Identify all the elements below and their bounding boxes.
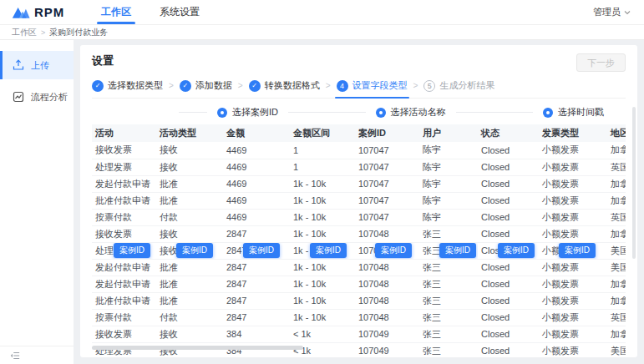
case-id-tag[interactable]: 案例ID bbox=[114, 243, 150, 258]
table-cell: Closed bbox=[478, 159, 539, 175]
table-cell: 按票付款 bbox=[92, 309, 156, 326]
table-row: 发起付款申请批准44691k - 10k107047陈宇Closed小额发票加拿… bbox=[92, 175, 626, 192]
column-header-1[interactable]: 活动 bbox=[92, 124, 156, 142]
data-table-wrap: 活动活动类型金额金额区间案例ID用户状态发票类型地区 接收发票接收4469110… bbox=[92, 124, 626, 357]
table-cell: 按票付款 bbox=[92, 209, 156, 225]
table-cell: 付款 bbox=[156, 309, 223, 326]
case-id-tag[interactable]: 案例ID bbox=[375, 243, 412, 258]
table-cell: 107048 bbox=[355, 309, 419, 326]
column-header-9[interactable]: 地区 bbox=[607, 124, 626, 142]
table-cell: 批准付款申请 bbox=[92, 192, 156, 209]
table-cell: 4469 bbox=[223, 142, 290, 159]
table-cell: 加拿大 bbox=[607, 142, 626, 159]
table-body: 接收发票接收44691107047陈宇Closed小额发票加拿大处理发票接收44… bbox=[92, 142, 626, 357]
next-step-button[interactable]: 下一步 bbox=[576, 53, 626, 72]
case-id-tag[interactable]: 案例ID bbox=[559, 243, 596, 258]
table-cell: 小额发票 bbox=[539, 342, 607, 357]
check-icon: ✓ bbox=[249, 80, 261, 92]
top-bar: RPM 工作区系统设置 管理员 bbox=[0, 0, 644, 25]
app-logo: RPM bbox=[0, 0, 87, 24]
table-row: 批准付款申请批准28471k - 10k107048张三Closed小额发票加拿… bbox=[92, 292, 626, 309]
table-cell: 发起付款申请 bbox=[92, 259, 156, 276]
table-cell: 1k - 10k案例ID bbox=[290, 242, 355, 259]
column-header-3[interactable]: 金额 bbox=[223, 124, 290, 142]
column-header-6[interactable]: 用户 bbox=[419, 124, 478, 142]
substep-connector bbox=[179, 112, 207, 113]
wizard-step-1[interactable]: ✓选择数据类型 bbox=[92, 79, 163, 92]
table-row: 处理发票接收384< 1k107049张三Closed小额发票美国 bbox=[92, 342, 626, 357]
tab-system-settings[interactable]: 系统设置 bbox=[145, 0, 214, 24]
user-menu[interactable]: 管理员 bbox=[593, 0, 644, 24]
case-id-tag[interactable]: 案例ID bbox=[310, 243, 347, 258]
vertical-scrollbar[interactable] bbox=[632, 107, 636, 259]
column-header-8[interactable]: 发票类型 bbox=[539, 124, 607, 142]
sidebar-item-upload[interactable]: 上传 bbox=[0, 51, 74, 79]
case-id-tag[interactable]: 案例ID bbox=[243, 243, 280, 258]
wizard-step-3[interactable]: ✓转换数据格式 bbox=[249, 79, 320, 92]
table-cell: 加拿大 bbox=[607, 292, 626, 309]
wizard-step-5[interactable]: 5生成分析结果 bbox=[423, 79, 494, 92]
table-cell: 1k - 10k bbox=[290, 225, 355, 242]
table-cell: 小额发票 bbox=[539, 192, 607, 209]
table-cell: 加拿大 bbox=[607, 192, 626, 209]
case-id-tag[interactable]: 案例ID bbox=[498, 243, 535, 258]
table-row: 接收发票接收384< 1k107049张三Closed小额发票加拿大 bbox=[92, 326, 626, 342]
table-cell: 小额发票 bbox=[539, 209, 607, 225]
substep-2[interactable]: 选择活动名称 bbox=[376, 106, 446, 119]
table-cell: 处理发票 bbox=[92, 159, 156, 175]
table-cell: 1k - 10k bbox=[290, 192, 355, 209]
table-cell: 批准 bbox=[156, 292, 223, 309]
table-cell: 107047 bbox=[355, 209, 419, 225]
breadcrumb-separator: > bbox=[41, 28, 45, 37]
table-cell: 107048 bbox=[355, 259, 419, 276]
table-cell: 陈宇 bbox=[419, 192, 478, 209]
horizontal-scrollbar[interactable] bbox=[92, 346, 303, 350]
table-cell: Closed bbox=[478, 192, 539, 209]
table-cell: 小额发票 bbox=[539, 326, 607, 342]
substep-1[interactable]: 选择案例ID bbox=[217, 106, 278, 119]
column-header-2[interactable]: 活动类型 bbox=[156, 124, 223, 142]
table-cell: Closed案例ID bbox=[478, 242, 539, 259]
table-cell: 发起付款申请 bbox=[92, 276, 156, 292]
column-header-7[interactable]: 状态 bbox=[478, 124, 539, 142]
table-cell: Closed bbox=[478, 209, 539, 225]
step-separator: > bbox=[326, 81, 331, 90]
column-header-4[interactable]: 金额区间 bbox=[290, 124, 355, 142]
table-cell: 加拿大 bbox=[607, 326, 626, 342]
table-cell: 4469 bbox=[223, 175, 290, 192]
table-cell: 陈宇 bbox=[419, 142, 478, 159]
step-number: 4 bbox=[337, 80, 348, 92]
radio-selected-icon bbox=[217, 108, 227, 118]
table-cell: 107047 bbox=[355, 159, 419, 175]
wizard-step-4[interactable]: 4设置字段类型 bbox=[337, 79, 408, 92]
table-cell: 107048案例ID bbox=[355, 242, 419, 259]
table-cell: 加拿大 bbox=[607, 276, 626, 292]
table-cell: 接收 bbox=[156, 159, 223, 175]
table-cell: 小额发票案例ID bbox=[539, 242, 607, 259]
collapse-sidebar-icon[interactable] bbox=[10, 351, 20, 361]
table-row: 接收发票接收28471k - 10k107048张三Closed小额发票加拿大 bbox=[92, 225, 626, 242]
table-cell: 英国 bbox=[607, 309, 626, 326]
table-cell: 张三 bbox=[419, 276, 478, 292]
table-cell: Closed bbox=[478, 259, 539, 276]
case-id-tag[interactable]: 案例ID bbox=[176, 243, 213, 258]
table-cell: 1 bbox=[290, 142, 355, 159]
table-row: 接收发票接收44691107047陈宇Closed小额发票加拿大 bbox=[92, 142, 626, 159]
table-cell: 小额发票 bbox=[539, 259, 607, 276]
table-cell: 4469 bbox=[223, 192, 290, 209]
sidebar-item-process-analysis[interactable]: 流程分析 bbox=[0, 83, 74, 111]
user-name: 管理员 bbox=[593, 6, 621, 18]
table-cell: 批准付款申请 bbox=[92, 292, 156, 309]
wizard-step-2[interactable]: ✓添加数据 bbox=[180, 79, 232, 92]
substep-3[interactable]: 选择时间戳 bbox=[543, 106, 604, 119]
table-cell: 加拿大 bbox=[607, 175, 626, 192]
column-header-5[interactable]: 案例ID bbox=[355, 124, 419, 142]
breadcrumb-root[interactable]: 工作区 bbox=[12, 27, 37, 38]
table-cell: 2847 bbox=[223, 259, 290, 276]
check-icon: ✓ bbox=[92, 80, 104, 92]
case-id-tag[interactable]: 案例ID bbox=[439, 243, 476, 258]
table-cell: Closed bbox=[478, 292, 539, 309]
table-cell: 陈宇 bbox=[419, 175, 478, 192]
sidebar-footer bbox=[0, 346, 74, 364]
tab-workspace[interactable]: 工作区 bbox=[87, 0, 145, 24]
